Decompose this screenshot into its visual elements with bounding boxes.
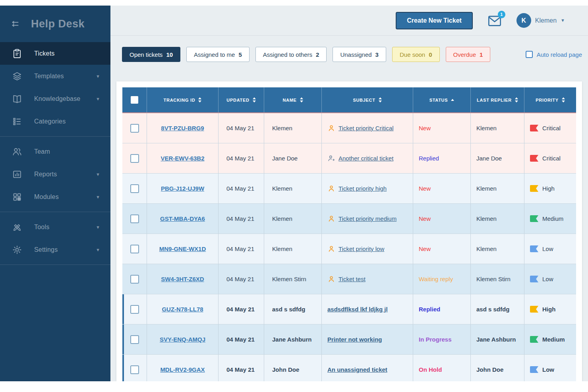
user-menu[interactable]: K Klemen ▼ — [516, 13, 565, 28]
sidebar-divider — [0, 212, 110, 212]
updated-cell: 04 May 21 — [219, 234, 264, 264]
table-row: GUZ-N78-LL78 04 May 21 asd s sdfdg asdsd… — [122, 294, 576, 324]
reports-icon — [12, 169, 22, 180]
row-checkbox[interactable] — [130, 154, 139, 163]
filter-label: Due soon — [400, 51, 425, 58]
tracking-id-link[interactable]: PBG-J12-UJ9W — [161, 185, 204, 192]
sidebar-item-settings[interactable]: Settings ▼ — [0, 238, 110, 261]
name-cell: Klemen — [264, 234, 322, 264]
auto-reload-checkbox[interactable] — [526, 51, 533, 58]
tracking-id-link[interactable]: 8VT-PZU-BRG9 — [161, 125, 204, 131]
table-row: PBG-J12-UJ9W 04 May 21 Klemen Ticket pri… — [122, 174, 576, 204]
priority-text: Critical — [542, 125, 561, 131]
sidebar-item-modules[interactable]: Modules ▼ — [0, 185, 110, 208]
tracking-id-link[interactable]: MDL-RV2-9GAX — [160, 366, 205, 373]
sidebar-item-label: Reports — [34, 171, 57, 178]
last-replier-cell: Klemen — [471, 234, 524, 264]
person-icon — [327, 124, 335, 132]
subject-link[interactable]: Ticket test — [338, 276, 366, 282]
main-area: Create New Ticket 1 K Klemen ▼ Open tick… — [110, 6, 588, 381]
tracking-id-link[interactable]: GST-MBA-DYA6 — [160, 215, 205, 222]
column-header-subject[interactable]: SUBJECT — [322, 87, 413, 112]
last-replier-cell: Jane Doe — [471, 143, 524, 173]
filter-tab-unassigned[interactable]: Unassigned 3 — [333, 47, 386, 62]
row-checkbox[interactable] — [130, 365, 139, 374]
priority-text: Medium — [542, 336, 565, 343]
select-all-checkbox[interactable] — [131, 96, 138, 104]
chevron-down-icon: ▼ — [96, 74, 100, 79]
filter-label: Open tickets — [130, 51, 162, 58]
row-checkbox[interactable] — [130, 335, 139, 344]
table-row: GST-MBA-DYA6 04 May 21 Klemen Ticket pri… — [122, 204, 576, 234]
column-header-select[interactable] — [122, 87, 147, 112]
subject-link[interactable]: An unassigned ticket — [327, 366, 387, 373]
column-header-priority[interactable]: PRIORITY — [524, 87, 576, 112]
tracking-id-link[interactable]: VER-EWV-63B2 — [161, 155, 204, 162]
avatar: K — [516, 13, 531, 28]
row-checkbox[interactable] — [130, 275, 139, 284]
column-header-tracking-id[interactable]: TRACKING ID — [147, 87, 219, 112]
auto-reload-toggle[interactable]: Auto reload page — [526, 51, 582, 58]
sidebar: Help Desk Tickets ▼ Templates ▼ Knowledg… — [0, 6, 110, 381]
sidebar-item-templates[interactable]: Templates ▼ — [0, 65, 110, 87]
subject-link[interactable]: Ticket priority Critical — [338, 125, 394, 131]
person-icon — [327, 185, 335, 193]
updated-cell: 04 May 21 — [219, 143, 264, 173]
filter-tab-assigned-to-others[interactable]: Assigned to others 2 — [255, 47, 327, 62]
sidebar-item-label: Knowledgebase — [34, 95, 80, 102]
filter-tab-open-tickets[interactable]: Open tickets 10 — [122, 47, 180, 62]
sidebar-item-team[interactable]: Team ▼ — [0, 140, 110, 163]
sidebar-header: Help Desk — [0, 6, 110, 42]
status-text: New — [419, 245, 431, 252]
layers-icon — [12, 71, 22, 81]
row-checkbox[interactable] — [130, 305, 139, 314]
subject-link[interactable]: Ticket priority medium — [338, 215, 397, 222]
column-header-updated[interactable]: UPDATED — [219, 87, 264, 112]
subject-link[interactable]: Ticket priority high — [338, 185, 387, 192]
collapse-menu-icon[interactable] — [10, 19, 21, 29]
filter-tab-overdue[interactable]: Overdue 1 — [446, 47, 491, 62]
last-replier-cell: Klemen — [471, 204, 524, 234]
last-replier-cell: John Doe — [471, 355, 524, 381]
name-cell: asd s sdfdg — [264, 294, 322, 324]
status-text: New — [419, 185, 431, 192]
filter-tab-due-soon[interactable]: Due soon 0 — [392, 47, 440, 62]
sidebar-item-categories[interactable]: Categories ▼ — [0, 110, 110, 133]
row-checkbox[interactable] — [130, 124, 139, 133]
sidebar-item-tools[interactable]: Tools ▼ — [0, 216, 110, 238]
last-replier-cell: Klemen — [471, 174, 524, 203]
tracking-id-link[interactable]: SVY-ENQ-AMQJ — [160, 336, 205, 343]
subject-link[interactable]: asdsdflksd lkf ldjkg jl — [327, 306, 388, 313]
sidebar-item-label: Modules — [34, 193, 59, 201]
tracking-id-link[interactable]: MN9-GNE-WX1D — [159, 245, 206, 252]
chevron-down-icon: ▼ — [96, 247, 100, 252]
create-new-ticket-button[interactable]: Create New Ticket — [396, 12, 473, 29]
column-header-status[interactable]: STATUS — [413, 87, 471, 112]
row-checkbox[interactable] — [130, 214, 139, 223]
filter-tab-assigned-to-me[interactable]: Assigned to me 5 — [186, 47, 250, 62]
tracking-id-link[interactable]: GUZ-N78-LL78 — [162, 306, 203, 313]
tracking-id-link[interactable]: SW4-3HT-Z6XD — [161, 276, 204, 282]
sort-icon — [300, 97, 303, 102]
filter-label: Unassigned — [340, 51, 371, 58]
subject-link[interactable]: Printer not working — [327, 336, 382, 343]
settings-icon — [12, 245, 22, 255]
sidebar-item-reports[interactable]: Reports ▼ — [0, 163, 110, 185]
subject-link[interactable]: Another critical ticket — [338, 155, 393, 162]
subject-link[interactable]: Ticket priority low — [338, 245, 384, 252]
sidebar-item-tickets[interactable]: Tickets ▼ — [0, 42, 110, 65]
column-header-last-replier[interactable]: LAST REPLIER — [471, 87, 524, 112]
sidebar-divider — [0, 136, 110, 137]
status-text: New — [419, 125, 431, 131]
name-cell: Klemen Stirn — [264, 264, 322, 294]
topbar: Create New Ticket 1 K Klemen ▼ — [110, 6, 588, 36]
row-checkbox[interactable] — [130, 184, 139, 193]
row-checkbox[interactable] — [130, 245, 139, 253]
mail-button[interactable]: 1 — [487, 14, 502, 27]
filter-count: 1 — [480, 51, 483, 58]
column-header-name[interactable]: NAME — [264, 87, 322, 112]
chevron-down-icon: ▼ — [96, 195, 100, 199]
priority-text: Medium — [542, 215, 563, 222]
last-replier-cell: Klemen Stirn — [471, 264, 524, 294]
sidebar-item-knowledgebase[interactable]: Knowledgebase ▼ — [0, 87, 110, 110]
